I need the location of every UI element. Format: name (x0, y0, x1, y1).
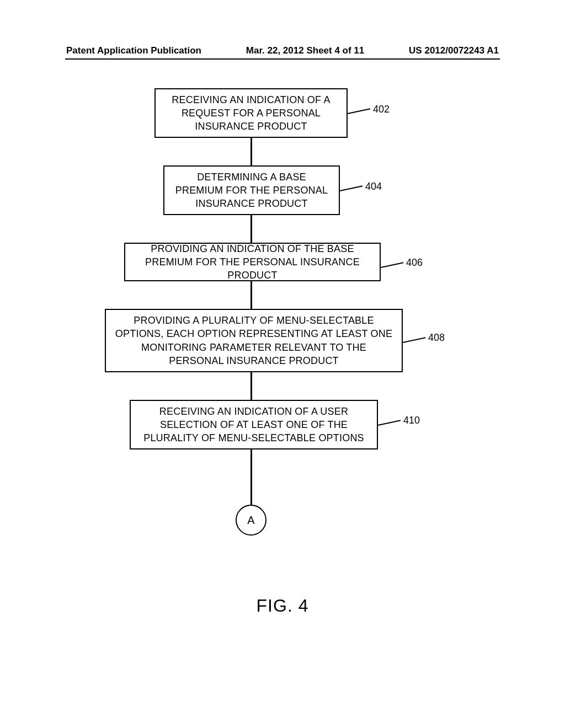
header-left: Patent Application Publication (66, 45, 201, 56)
step-text: DETERMINING A BASE PREMIUM FOR THE PERSO… (172, 170, 331, 211)
step-box-404: DETERMINING A BASE PREMIUM FOR THE PERSO… (163, 165, 340, 215)
connector-line (250, 281, 252, 309)
step-text: RECEIVING AN INDICATION OF A USER SELECT… (138, 405, 369, 445)
ref-lead (378, 420, 401, 426)
connector-line (250, 138, 252, 165)
ref-label-408: 408 (428, 332, 445, 344)
ref-lead (403, 337, 425, 343)
header-right: US 2012/0072243 A1 (409, 45, 499, 56)
ref-label-410: 410 (403, 415, 420, 426)
step-box-402: RECEIVING AN INDICATION OF A REQUEST FOR… (154, 88, 348, 138)
ref-label-402: 402 (373, 104, 390, 115)
ref-label-406: 406 (406, 257, 423, 269)
ref-lead (340, 185, 363, 191)
step-box-410: RECEIVING AN INDICATION OF A USER SELECT… (130, 400, 378, 449)
step-text: PROVIDING A PLURALITY OF MENU-SELECTABLE… (114, 314, 394, 367)
header-center: Mar. 22, 2012 Sheet 4 of 11 (246, 45, 365, 56)
page-header: Patent Application Publication Mar. 22, … (66, 45, 499, 56)
off-page-connector-a: A (236, 505, 266, 536)
step-text: RECEIVING AN INDICATION OF A REQUEST FOR… (163, 93, 339, 133)
connector-line (250, 449, 252, 505)
header-rule (65, 58, 500, 60)
step-box-406: PROVIDING AN INDICATION OF THE BASE PREM… (124, 243, 381, 281)
step-box-408: PROVIDING A PLURALITY OF MENU-SELECTABLE… (105, 309, 403, 372)
figure-caption: FIG. 4 (0, 596, 565, 616)
step-text: PROVIDING AN INDICATION OF THE BASE PREM… (133, 242, 372, 282)
connector-line (250, 372, 252, 400)
ref-lead (348, 108, 370, 114)
connector-line (250, 215, 252, 243)
ref-label-404: 404 (365, 181, 382, 192)
connector-label: A (247, 514, 254, 527)
ref-lead (381, 262, 403, 268)
